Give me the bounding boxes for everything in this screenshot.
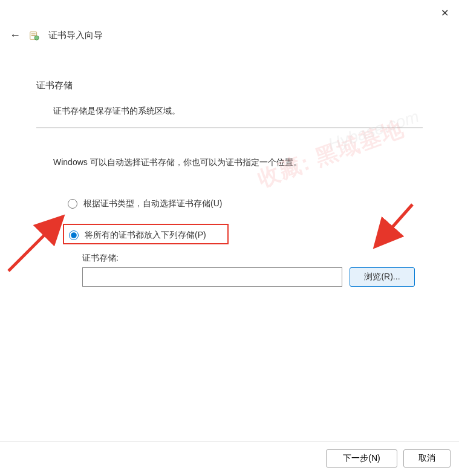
radio-manual-input[interactable] — [69, 230, 79, 240]
close-button[interactable]: ✕ — [438, 7, 451, 19]
wizard-title: 证书导入向导 — [48, 30, 103, 41]
section-description: 证书存储是保存证书的系统区域。 — [53, 106, 423, 117]
radio-auto-label: 根据证书类型，自动选择证书存储(U) — [83, 198, 222, 209]
svg-point-3 — [34, 36, 39, 40]
radio-manual-label: 将所有的证书都放入下列存储(P) — [85, 230, 206, 241]
next-button[interactable]: 下一步(N) — [326, 449, 397, 468]
section-heading: 证书存储 — [36, 80, 423, 91]
store-input-row: 浏览(R)... — [82, 267, 423, 287]
browse-button[interactable]: 浏览(R)... — [350, 267, 415, 287]
radio-group: 根据证书类型，自动选择证书存储(U) — [68, 198, 423, 209]
store-label: 证书存储: — [82, 253, 423, 264]
highlighted-option: 将所有的证书都放入下列存储(P) — [63, 224, 229, 244]
divider — [36, 128, 423, 128]
svg-rect-2 — [31, 35, 36, 36]
instruction-text: Windows 可以自动选择证书存储，你也可以为证书指定一个位置。 — [53, 157, 423, 168]
radio-manual-select[interactable]: 将所有的证书都放入下列存储(P) — [69, 230, 223, 241]
dialog-footer: 下一步(N) 取消 — [0, 442, 459, 468]
radio-auto-select[interactable]: 根据证书类型，自动选择证书存储(U) — [68, 198, 423, 209]
svg-rect-1 — [31, 33, 36, 34]
radio-auto-input[interactable] — [68, 199, 77, 209]
wizard-header: ← 证书导入向导 — [10, 29, 103, 42]
back-arrow-icon[interactable]: ← — [10, 29, 21, 42]
certificate-wizard-icon — [29, 30, 40, 41]
certificate-store-input[interactable] — [82, 267, 342, 287]
cancel-button[interactable]: 取消 — [403, 449, 451, 468]
content-area: 证书存储 证书存储是保存证书的系统区域。 Windows 可以自动选择证书存储，… — [36, 80, 423, 287]
